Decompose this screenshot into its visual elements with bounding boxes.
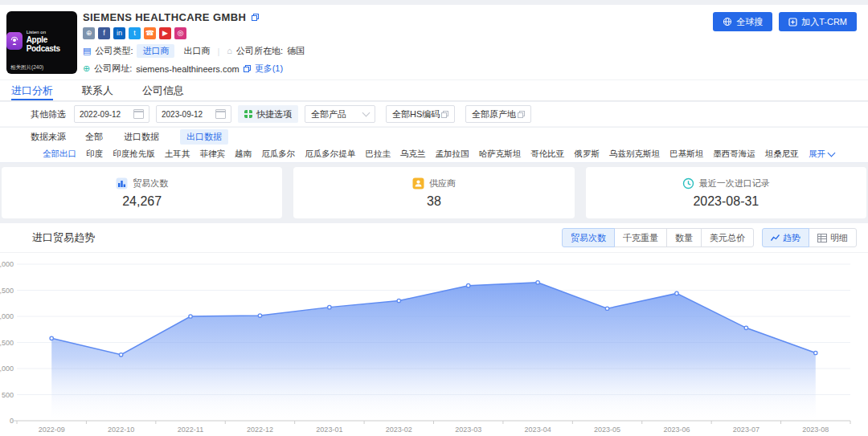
copy-website-icon[interactable]: [244, 65, 251, 72]
view-tab-label: 明细: [830, 232, 848, 244]
company-type-icon: ▤: [83, 47, 91, 55]
country-tab[interactable]: 全部出口: [43, 149, 76, 160]
svg-text:2022-09: 2022-09: [39, 426, 65, 434]
svg-text:2023-06: 2023-06: [663, 426, 690, 434]
youtube-icon[interactable]: ▶: [159, 27, 171, 39]
metric-tab-美元总价[interactable]: 美元总价: [701, 228, 754, 247]
stat-label: 供应商: [429, 177, 456, 189]
calendar-icon: [215, 109, 226, 119]
instagram-icon[interactable]: ◎: [174, 27, 186, 39]
stat-value: 38: [427, 194, 441, 209]
country-tab[interactable]: 菲律宾: [199, 149, 225, 160]
product-select[interactable]: 全部产品: [305, 105, 375, 123]
view-tab-趋势[interactable]: 趋势: [762, 228, 809, 247]
company-logo[interactable]: Listen on Apple Podcasts 相关图片(240): [6, 11, 77, 74]
table-icon: [817, 234, 827, 242]
date-to-input[interactable]: 2023-09-12: [156, 105, 231, 123]
origin-select[interactable]: 全部原产地: [465, 105, 531, 123]
more-link[interactable]: 更多(1): [255, 63, 283, 75]
quick-options-icon: [244, 110, 252, 118]
country-tab[interactable]: 哈萨克斯坦: [479, 149, 522, 160]
website-row: ⊕ 公司网址: siemens-healthineers.com 更多(1): [83, 63, 533, 75]
exporter-label[interactable]: 出口商: [183, 45, 210, 57]
country-tab[interactable]: 哥伦比亚: [530, 149, 564, 160]
source-option[interactable]: 出口数据: [180, 129, 228, 145]
date-to-value: 2023-09-12: [162, 110, 203, 119]
website-value[interactable]: siemens-healthineers.com: [136, 64, 239, 74]
globe-icon: ⊕: [83, 64, 90, 73]
country-tab[interactable]: 乌兹别克斯坦: [609, 149, 660, 160]
phone-icon[interactable]: ☎: [144, 27, 156, 39]
view-tab-明细[interactable]: 明细: [809, 228, 857, 247]
tcrm-icon: [788, 18, 797, 26]
tab-联系人[interactable]: 联系人: [82, 80, 113, 100]
country-tab[interactable]: 俄罗斯: [574, 149, 600, 160]
facebook-icon[interactable]: f: [98, 27, 110, 39]
country-tab[interactable]: 印度: [86, 149, 103, 160]
country-tab[interactable]: 孟加拉国: [436, 149, 469, 160]
country-tab[interactable]: 巴拉圭: [365, 149, 391, 160]
country-tab[interactable]: 印度抢先版: [113, 149, 155, 160]
data-source-label: 数据来源: [31, 131, 66, 143]
hs-code-select[interactable]: 全部HS编码: [386, 105, 455, 123]
global-search-button[interactable]: 全球搜: [713, 12, 772, 31]
stat-value: 24,267: [122, 194, 162, 209]
twitter-icon[interactable]: t: [129, 27, 141, 39]
bar-chart-icon: [116, 177, 128, 189]
linkedin-icon[interactable]: in: [113, 27, 125, 39]
svg-text:2023-05: 2023-05: [594, 426, 620, 434]
website-label: 公司网址:: [94, 63, 132, 75]
country-tab[interactable]: 越南: [235, 149, 252, 160]
origin-value: 全部原产地: [472, 108, 516, 120]
country-tab[interactable]: 厄瓜多尔: [261, 149, 295, 160]
view-tab-group: 趋势明细: [762, 228, 857, 247]
stat-label: 贸易次数: [133, 177, 168, 189]
svg-text:2,000: 2,000: [0, 312, 14, 320]
metric-tab-group: 贸易次数千克重量数量美元总价: [562, 228, 754, 247]
chart-header: 进口贸易趋势 贸易次数千克重量数量美元总价 趋势明细: [0, 223, 868, 253]
svg-text:2023-03: 2023-03: [455, 426, 481, 434]
supplier-icon: [412, 177, 424, 189]
svg-text:1,000: 1,000: [0, 365, 14, 373]
add-tcrm-label: 加入T-CRM: [801, 16, 847, 28]
tab-进口分析[interactable]: 进口分析: [11, 80, 53, 100]
trend-area-chart[interactable]: 05001,0001,5002,0002,5003,0002022-092022…: [0, 255, 868, 436]
header-actions: 全球搜 加入T-CRM: [713, 12, 857, 31]
clock-icon: [682, 177, 694, 189]
source-option[interactable]: 进口数据: [124, 131, 159, 143]
social-row: ⊕fint☎▶◎: [83, 27, 533, 39]
country-tab[interactable]: 巴基斯坦: [669, 149, 703, 160]
country-tab[interactable]: 厄瓜多尔提单: [305, 149, 355, 160]
company-type-row: ▤ 公司类型: 进口商 出口商 | ⌂ 公司所在地: 德国: [83, 44, 533, 58]
chevron-down-icon: [828, 149, 836, 157]
chart-buttons: 贸易次数千克重量数量美元总价 趋势明细: [562, 228, 857, 247]
country-tab[interactable]: 坦桑尼亚: [765, 149, 799, 160]
divider: |: [217, 47, 219, 56]
svg-text:2022-12: 2022-12: [247, 426, 273, 434]
date-from-input[interactable]: 2022-09-12: [74, 105, 149, 123]
tab-公司信息[interactable]: 公司信息: [142, 80, 184, 100]
stat-label: 最近一次进口记录: [699, 177, 770, 189]
svg-text:3,000: 3,000: [0, 260, 14, 268]
svg-text:2022-11: 2022-11: [178, 426, 203, 434]
quick-options-button[interactable]: 快捷选项: [238, 105, 298, 123]
country-tab[interactable]: 土耳其: [165, 149, 190, 160]
stat-card-supplier: 供应商38: [293, 167, 574, 218]
source-option[interactable]: 全部: [85, 131, 103, 143]
add-tcrm-button[interactable]: 加入T-CRM: [779, 12, 857, 31]
metric-tab-贸易次数[interactable]: 贸易次数: [562, 228, 615, 247]
global-search-label: 全球搜: [736, 16, 763, 28]
expand-link[interactable]: 展开: [809, 149, 834, 160]
metric-tab-千克重量[interactable]: 千克重量: [614, 228, 667, 247]
country-tab[interactable]: 乌克兰: [400, 149, 426, 160]
hs-code-value: 全部HS编码: [392, 108, 440, 120]
metric-tab-数量[interactable]: 数量: [666, 228, 702, 247]
country-tabs-row: 全部出口印度印度抢先版土耳其菲律宾越南厄瓜多尔厄瓜多尔提单巴拉圭乌克兰孟加拉国哈…: [0, 146, 868, 163]
country-tab[interactable]: 墨西哥海运: [713, 149, 755, 160]
website-icon[interactable]: ⊕: [83, 27, 95, 39]
list-icon: [518, 111, 525, 118]
apple-podcasts-icon: [6, 32, 23, 50]
copy-company-name-icon[interactable]: [252, 14, 259, 21]
company-name: SIEMENS HEALTHCARE GMBH: [83, 11, 246, 23]
importer-chip[interactable]: 进口商: [137, 44, 174, 58]
